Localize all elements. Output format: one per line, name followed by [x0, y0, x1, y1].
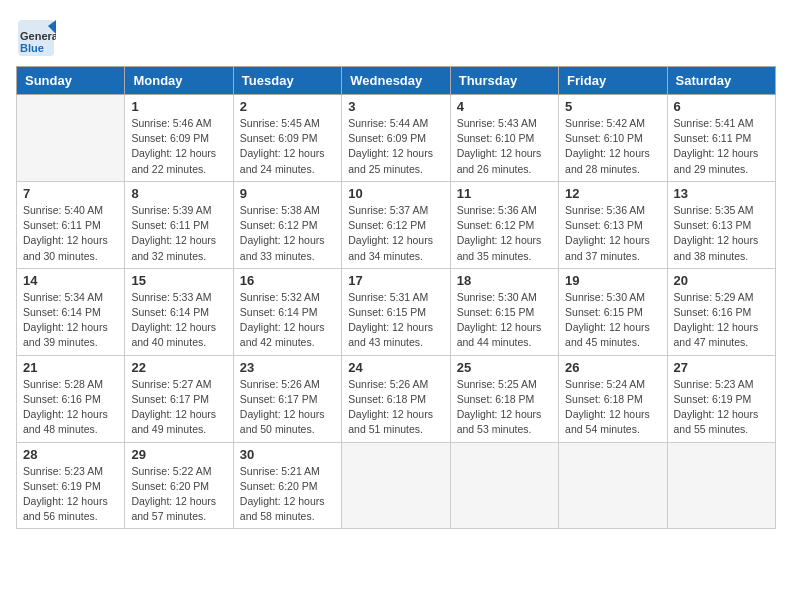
header-saturday: Saturday: [667, 67, 775, 95]
day-info: Sunrise: 5:46 AMSunset: 6:09 PMDaylight:…: [131, 116, 226, 177]
calendar-cell: 13Sunrise: 5:35 AMSunset: 6:13 PMDayligh…: [667, 181, 775, 268]
day-info: Sunrise: 5:30 AMSunset: 6:15 PMDaylight:…: [457, 290, 552, 351]
calendar-cell: 2Sunrise: 5:45 AMSunset: 6:09 PMDaylight…: [233, 95, 341, 182]
calendar-cell: 6Sunrise: 5:41 AMSunset: 6:11 PMDaylight…: [667, 95, 775, 182]
day-info: Sunrise: 5:23 AMSunset: 6:19 PMDaylight:…: [23, 464, 118, 525]
page-header: General Blue: [16, 16, 776, 58]
day-info: Sunrise: 5:45 AMSunset: 6:09 PMDaylight:…: [240, 116, 335, 177]
day-number: 19: [565, 273, 660, 288]
day-info: Sunrise: 5:26 AMSunset: 6:17 PMDaylight:…: [240, 377, 335, 438]
calendar-cell: [450, 442, 558, 529]
calendar-week-5: 28Sunrise: 5:23 AMSunset: 6:19 PMDayligh…: [17, 442, 776, 529]
day-number: 29: [131, 447, 226, 462]
day-number: 8: [131, 186, 226, 201]
day-info: Sunrise: 5:44 AMSunset: 6:09 PMDaylight:…: [348, 116, 443, 177]
calendar-cell: 10Sunrise: 5:37 AMSunset: 6:12 PMDayligh…: [342, 181, 450, 268]
day-number: 17: [348, 273, 443, 288]
day-number: 11: [457, 186, 552, 201]
day-info: Sunrise: 5:41 AMSunset: 6:11 PMDaylight:…: [674, 116, 769, 177]
calendar-cell: [342, 442, 450, 529]
day-info: Sunrise: 5:26 AMSunset: 6:18 PMDaylight:…: [348, 377, 443, 438]
calendar-cell: 18Sunrise: 5:30 AMSunset: 6:15 PMDayligh…: [450, 268, 558, 355]
svg-text:General: General: [20, 30, 56, 42]
day-number: 27: [674, 360, 769, 375]
day-info: Sunrise: 5:33 AMSunset: 6:14 PMDaylight:…: [131, 290, 226, 351]
day-info: Sunrise: 5:27 AMSunset: 6:17 PMDaylight:…: [131, 377, 226, 438]
day-info: Sunrise: 5:37 AMSunset: 6:12 PMDaylight:…: [348, 203, 443, 264]
calendar-week-3: 14Sunrise: 5:34 AMSunset: 6:14 PMDayligh…: [17, 268, 776, 355]
calendar-table: SundayMondayTuesdayWednesdayThursdayFrid…: [16, 66, 776, 529]
day-number: 18: [457, 273, 552, 288]
day-number: 28: [23, 447, 118, 462]
calendar-cell: 16Sunrise: 5:32 AMSunset: 6:14 PMDayligh…: [233, 268, 341, 355]
calendar-cell: 19Sunrise: 5:30 AMSunset: 6:15 PMDayligh…: [559, 268, 667, 355]
day-info: Sunrise: 5:29 AMSunset: 6:16 PMDaylight:…: [674, 290, 769, 351]
day-number: 16: [240, 273, 335, 288]
day-info: Sunrise: 5:28 AMSunset: 6:16 PMDaylight:…: [23, 377, 118, 438]
calendar-cell: 28Sunrise: 5:23 AMSunset: 6:19 PMDayligh…: [17, 442, 125, 529]
header-sunday: Sunday: [17, 67, 125, 95]
day-info: Sunrise: 5:36 AMSunset: 6:12 PMDaylight:…: [457, 203, 552, 264]
calendar-cell: 22Sunrise: 5:27 AMSunset: 6:17 PMDayligh…: [125, 355, 233, 442]
header-wednesday: Wednesday: [342, 67, 450, 95]
calendar-cell: 30Sunrise: 5:21 AMSunset: 6:20 PMDayligh…: [233, 442, 341, 529]
calendar-cell: 7Sunrise: 5:40 AMSunset: 6:11 PMDaylight…: [17, 181, 125, 268]
day-info: Sunrise: 5:36 AMSunset: 6:13 PMDaylight:…: [565, 203, 660, 264]
calendar-cell: 15Sunrise: 5:33 AMSunset: 6:14 PMDayligh…: [125, 268, 233, 355]
day-info: Sunrise: 5:38 AMSunset: 6:12 PMDaylight:…: [240, 203, 335, 264]
day-number: 30: [240, 447, 335, 462]
day-number: 5: [565, 99, 660, 114]
calendar-cell: 23Sunrise: 5:26 AMSunset: 6:17 PMDayligh…: [233, 355, 341, 442]
calendar-cell: 9Sunrise: 5:38 AMSunset: 6:12 PMDaylight…: [233, 181, 341, 268]
header-friday: Friday: [559, 67, 667, 95]
calendar-cell: 21Sunrise: 5:28 AMSunset: 6:16 PMDayligh…: [17, 355, 125, 442]
day-number: 4: [457, 99, 552, 114]
day-number: 9: [240, 186, 335, 201]
day-info: Sunrise: 5:25 AMSunset: 6:18 PMDaylight:…: [457, 377, 552, 438]
calendar-cell: 1Sunrise: 5:46 AMSunset: 6:09 PMDaylight…: [125, 95, 233, 182]
day-number: 6: [674, 99, 769, 114]
calendar-cell: 4Sunrise: 5:43 AMSunset: 6:10 PMDaylight…: [450, 95, 558, 182]
calendar-cell: 17Sunrise: 5:31 AMSunset: 6:15 PMDayligh…: [342, 268, 450, 355]
day-info: Sunrise: 5:21 AMSunset: 6:20 PMDaylight:…: [240, 464, 335, 525]
calendar-cell: [667, 442, 775, 529]
calendar-cell: 11Sunrise: 5:36 AMSunset: 6:12 PMDayligh…: [450, 181, 558, 268]
calendar-cell: [559, 442, 667, 529]
day-info: Sunrise: 5:40 AMSunset: 6:11 PMDaylight:…: [23, 203, 118, 264]
logo: General Blue: [16, 16, 62, 58]
day-number: 15: [131, 273, 226, 288]
day-number: 20: [674, 273, 769, 288]
calendar-cell: 27Sunrise: 5:23 AMSunset: 6:19 PMDayligh…: [667, 355, 775, 442]
calendar-cell: 5Sunrise: 5:42 AMSunset: 6:10 PMDaylight…: [559, 95, 667, 182]
calendar-cell: [17, 95, 125, 182]
calendar-cell: 25Sunrise: 5:25 AMSunset: 6:18 PMDayligh…: [450, 355, 558, 442]
day-number: 2: [240, 99, 335, 114]
day-number: 14: [23, 273, 118, 288]
calendar-cell: 3Sunrise: 5:44 AMSunset: 6:09 PMDaylight…: [342, 95, 450, 182]
day-info: Sunrise: 5:22 AMSunset: 6:20 PMDaylight:…: [131, 464, 226, 525]
day-number: 21: [23, 360, 118, 375]
calendar-cell: 20Sunrise: 5:29 AMSunset: 6:16 PMDayligh…: [667, 268, 775, 355]
day-info: Sunrise: 5:32 AMSunset: 6:14 PMDaylight:…: [240, 290, 335, 351]
day-number: 12: [565, 186, 660, 201]
calendar-cell: 24Sunrise: 5:26 AMSunset: 6:18 PMDayligh…: [342, 355, 450, 442]
day-number: 7: [23, 186, 118, 201]
day-number: 3: [348, 99, 443, 114]
day-info: Sunrise: 5:43 AMSunset: 6:10 PMDaylight:…: [457, 116, 552, 177]
calendar-week-4: 21Sunrise: 5:28 AMSunset: 6:16 PMDayligh…: [17, 355, 776, 442]
day-number: 10: [348, 186, 443, 201]
day-number: 13: [674, 186, 769, 201]
calendar-week-1: 1Sunrise: 5:46 AMSunset: 6:09 PMDaylight…: [17, 95, 776, 182]
day-info: Sunrise: 5:42 AMSunset: 6:10 PMDaylight:…: [565, 116, 660, 177]
day-info: Sunrise: 5:23 AMSunset: 6:19 PMDaylight:…: [674, 377, 769, 438]
day-info: Sunrise: 5:35 AMSunset: 6:13 PMDaylight:…: [674, 203, 769, 264]
logo-icon: General Blue: [16, 18, 56, 58]
calendar-cell: 29Sunrise: 5:22 AMSunset: 6:20 PMDayligh…: [125, 442, 233, 529]
svg-text:Blue: Blue: [20, 42, 44, 54]
header-tuesday: Tuesday: [233, 67, 341, 95]
day-number: 26: [565, 360, 660, 375]
calendar-cell: 12Sunrise: 5:36 AMSunset: 6:13 PMDayligh…: [559, 181, 667, 268]
day-number: 1: [131, 99, 226, 114]
day-number: 23: [240, 360, 335, 375]
calendar-cell: 8Sunrise: 5:39 AMSunset: 6:11 PMDaylight…: [125, 181, 233, 268]
